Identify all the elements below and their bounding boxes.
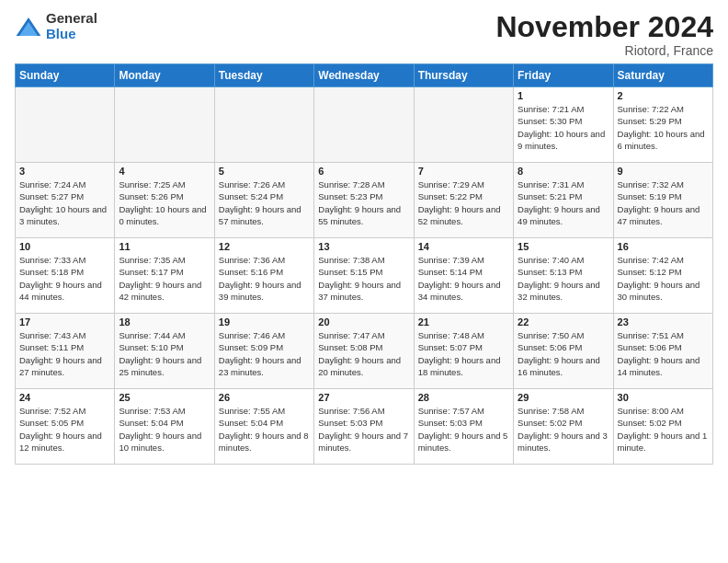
day-number: 20 <box>318 316 409 327</box>
logo-icon <box>15 16 42 38</box>
day-info: Sunrise: 7:55 AMSunset: 5:04 PMDaylight:… <box>219 405 310 454</box>
day-number: 6 <box>318 166 409 177</box>
calendar-day-cell: 8Sunrise: 7:31 AMSunset: 5:21 PMDaylight… <box>514 163 613 238</box>
main-container: General Blue November 2024 Riotord, Fran… <box>0 0 728 472</box>
day-number: 18 <box>119 316 210 327</box>
calendar-day-cell: 5Sunrise: 7:26 AMSunset: 5:24 PMDaylight… <box>214 163 313 238</box>
calendar-week-row: 1Sunrise: 7:21 AMSunset: 5:30 PMDaylight… <box>16 87 713 163</box>
title-block: November 2024 Riotord, France <box>495 11 713 58</box>
day-info: Sunrise: 7:53 AMSunset: 5:04 PMDaylight:… <box>119 405 210 454</box>
calendar-header-sunday: Sunday <box>16 64 115 87</box>
calendar-day-cell: 19Sunrise: 7:46 AMSunset: 5:09 PMDayligh… <box>214 314 313 389</box>
day-info: Sunrise: 7:52 AMSunset: 5:05 PMDaylight:… <box>19 405 110 454</box>
day-number: 23 <box>618 316 709 327</box>
logo-text: General Blue <box>46 11 97 41</box>
calendar-day-cell: 29Sunrise: 7:58 AMSunset: 5:02 PMDayligh… <box>514 389 613 465</box>
day-number: 7 <box>418 166 509 177</box>
day-number: 17 <box>19 316 110 327</box>
day-info: Sunrise: 7:42 AMSunset: 5:12 PMDaylight:… <box>618 254 709 303</box>
calendar-week-row: 10Sunrise: 7:33 AMSunset: 5:18 PMDayligh… <box>16 238 713 314</box>
day-info: Sunrise: 7:26 AMSunset: 5:24 PMDaylight:… <box>219 178 310 227</box>
day-info: Sunrise: 7:50 AMSunset: 5:06 PMDaylight:… <box>518 329 609 378</box>
day-number: 3 <box>19 166 110 177</box>
day-info: Sunrise: 7:21 AMSunset: 5:30 PMDaylight:… <box>518 103 609 152</box>
calendar-day-cell: 2Sunrise: 7:22 AMSunset: 5:29 PMDaylight… <box>613 87 712 163</box>
day-info: Sunrise: 7:33 AMSunset: 5:18 PMDaylight:… <box>19 254 110 303</box>
day-number: 13 <box>318 241 409 252</box>
calendar-day-cell: 15Sunrise: 7:40 AMSunset: 5:13 PMDayligh… <box>514 238 613 314</box>
day-info: Sunrise: 7:38 AMSunset: 5:15 PMDaylight:… <box>318 254 409 303</box>
day-info: Sunrise: 7:28 AMSunset: 5:23 PMDaylight:… <box>318 178 409 227</box>
calendar-day-cell: 22Sunrise: 7:50 AMSunset: 5:06 PMDayligh… <box>514 314 613 389</box>
day-number: 29 <box>518 392 609 403</box>
day-number: 11 <box>119 241 210 252</box>
calendar-day-cell: 24Sunrise: 7:52 AMSunset: 5:05 PMDayligh… <box>16 389 115 465</box>
day-info: Sunrise: 7:25 AMSunset: 5:26 PMDaylight:… <box>119 178 210 227</box>
month-title: November 2024 <box>495 11 713 43</box>
day-info: Sunrise: 7:46 AMSunset: 5:09 PMDaylight:… <box>219 329 310 378</box>
calendar-day-cell: 28Sunrise: 7:57 AMSunset: 5:03 PMDayligh… <box>414 389 513 465</box>
day-info: Sunrise: 7:56 AMSunset: 5:03 PMDaylight:… <box>318 405 409 454</box>
calendar-day-cell: 3Sunrise: 7:24 AMSunset: 5:27 PMDaylight… <box>16 163 115 238</box>
day-number: 16 <box>618 241 709 252</box>
day-info: Sunrise: 7:29 AMSunset: 5:22 PMDaylight:… <box>418 178 509 227</box>
calendar-week-row: 3Sunrise: 7:24 AMSunset: 5:27 PMDaylight… <box>16 163 713 238</box>
day-number: 26 <box>219 392 310 403</box>
day-number: 12 <box>219 241 310 252</box>
calendar-week-row: 17Sunrise: 7:43 AMSunset: 5:11 PMDayligh… <box>16 314 713 389</box>
day-number: 30 <box>618 392 709 403</box>
day-info: Sunrise: 8:00 AMSunset: 5:02 PMDaylight:… <box>618 405 709 454</box>
calendar-week-row: 24Sunrise: 7:52 AMSunset: 5:05 PMDayligh… <box>16 389 713 465</box>
day-number: 14 <box>418 241 509 252</box>
day-info: Sunrise: 7:39 AMSunset: 5:14 PMDaylight:… <box>418 254 509 303</box>
day-info: Sunrise: 7:22 AMSunset: 5:29 PMDaylight:… <box>618 103 709 152</box>
day-info: Sunrise: 7:36 AMSunset: 5:16 PMDaylight:… <box>219 254 310 303</box>
calendar-day-cell: 9Sunrise: 7:32 AMSunset: 5:19 PMDaylight… <box>613 163 712 238</box>
calendar-day-cell: 30Sunrise: 8:00 AMSunset: 5:02 PMDayligh… <box>613 389 712 465</box>
calendar-day-cell: 18Sunrise: 7:44 AMSunset: 5:10 PMDayligh… <box>115 314 214 389</box>
calendar-header-thursday: Thursday <box>414 64 513 87</box>
calendar-day-cell: 16Sunrise: 7:42 AMSunset: 5:12 PMDayligh… <box>613 238 712 314</box>
calendar-day-cell: 1Sunrise: 7:21 AMSunset: 5:30 PMDaylight… <box>514 87 613 163</box>
calendar-day-cell: 11Sunrise: 7:35 AMSunset: 5:17 PMDayligh… <box>115 238 214 314</box>
location: Riotord, France <box>495 43 713 58</box>
logo-general-text: General <box>46 11 97 27</box>
calendar-day-cell: 26Sunrise: 7:55 AMSunset: 5:04 PMDayligh… <box>214 389 313 465</box>
calendar-day-cell: 12Sunrise: 7:36 AMSunset: 5:16 PMDayligh… <box>214 238 313 314</box>
calendar-day-cell <box>414 87 513 163</box>
calendar-day-cell: 25Sunrise: 7:53 AMSunset: 5:04 PMDayligh… <box>115 389 214 465</box>
day-number: 4 <box>119 166 210 177</box>
calendar-day-cell <box>16 87 115 163</box>
calendar-day-cell <box>115 87 214 163</box>
calendar-header-row: SundayMondayTuesdayWednesdayThursdayFrid… <box>16 64 713 87</box>
day-info: Sunrise: 7:35 AMSunset: 5:17 PMDaylight:… <box>119 254 210 303</box>
day-info: Sunrise: 7:24 AMSunset: 5:27 PMDaylight:… <box>19 178 110 227</box>
day-number: 2 <box>618 90 709 101</box>
calendar-header-friday: Friday <box>514 64 613 87</box>
calendar-header-saturday: Saturday <box>613 64 712 87</box>
day-number: 21 <box>418 316 509 327</box>
day-info: Sunrise: 7:47 AMSunset: 5:08 PMDaylight:… <box>318 329 409 378</box>
day-info: Sunrise: 7:31 AMSunset: 5:21 PMDaylight:… <box>518 178 609 227</box>
day-number: 9 <box>618 166 709 177</box>
day-info: Sunrise: 7:48 AMSunset: 5:07 PMDaylight:… <box>418 329 509 378</box>
calendar-day-cell: 13Sunrise: 7:38 AMSunset: 5:15 PMDayligh… <box>314 238 414 314</box>
calendar-day-cell: 14Sunrise: 7:39 AMSunset: 5:14 PMDayligh… <box>414 238 513 314</box>
calendar-header-monday: Monday <box>115 64 214 87</box>
calendar-table: SundayMondayTuesdayWednesdayThursdayFrid… <box>15 63 713 465</box>
calendar-day-cell <box>314 87 414 163</box>
calendar-day-cell <box>214 87 313 163</box>
day-info: Sunrise: 7:40 AMSunset: 5:13 PMDaylight:… <box>518 254 609 303</box>
day-info: Sunrise: 7:57 AMSunset: 5:03 PMDaylight:… <box>418 405 509 454</box>
day-number: 27 <box>318 392 409 403</box>
calendar-day-cell: 21Sunrise: 7:48 AMSunset: 5:07 PMDayligh… <box>414 314 513 389</box>
calendar-day-cell: 23Sunrise: 7:51 AMSunset: 5:06 PMDayligh… <box>613 314 712 389</box>
day-info: Sunrise: 7:43 AMSunset: 5:11 PMDaylight:… <box>19 329 110 378</box>
logo-blue-text: Blue <box>46 27 97 42</box>
day-info: Sunrise: 7:44 AMSunset: 5:10 PMDaylight:… <box>119 329 210 378</box>
calendar-day-cell: 17Sunrise: 7:43 AMSunset: 5:11 PMDayligh… <box>16 314 115 389</box>
day-info: Sunrise: 7:51 AMSunset: 5:06 PMDaylight:… <box>618 329 709 378</box>
day-number: 15 <box>518 241 609 252</box>
logo: General Blue <box>15 11 97 41</box>
header: General Blue November 2024 Riotord, Fran… <box>15 11 713 58</box>
